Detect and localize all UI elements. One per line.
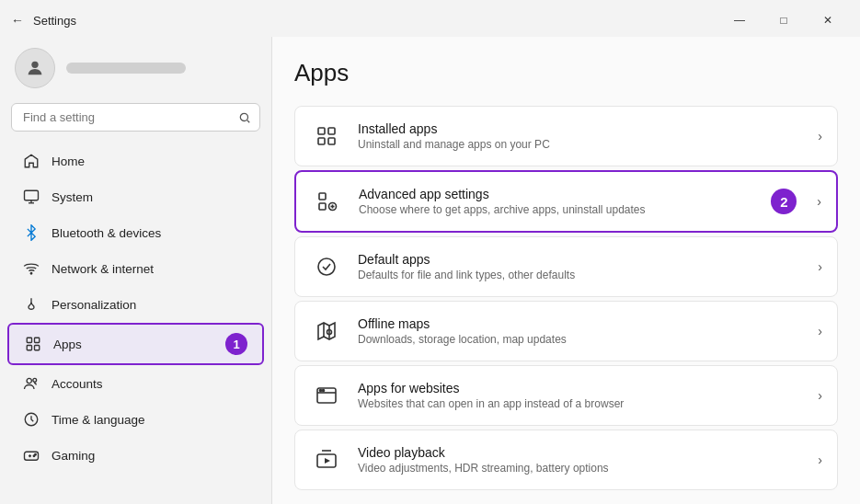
svg-point-6 <box>30 273 32 275</box>
video-playback-icon <box>310 443 343 476</box>
svg-point-18 <box>35 454 37 456</box>
svg-rect-27 <box>319 203 326 210</box>
settings-item-apps-websites[interactable]: Apps for websites Websites that can open… <box>294 365 838 426</box>
titlebar-controls: — □ ✕ <box>718 6 849 35</box>
bluetooth-icon <box>22 223 40 242</box>
svg-point-12 <box>33 378 37 382</box>
sidebar-search <box>11 103 260 132</box>
default-apps-text: Default apps Defaults for file and link … <box>358 252 803 281</box>
default-apps-icon <box>310 250 343 283</box>
sidebar-item-label: Gaming <box>52 449 249 463</box>
svg-rect-22 <box>328 138 335 144</box>
svg-point-35 <box>320 390 322 392</box>
maximize-button[interactable]: □ <box>763 6 805 35</box>
settings-item-installed-apps[interactable]: Installed apps Uninstall and manage apps… <box>294 106 838 166</box>
svg-point-0 <box>31 62 38 68</box>
offline-maps-text: Offline maps Downloads, storage location… <box>358 316 803 346</box>
avatar <box>15 48 55 88</box>
video-playback-title: Video playback <box>358 445 803 460</box>
badge-2: 2 <box>771 189 797 214</box>
chevron-right-icon: › <box>818 129 822 143</box>
content-area: Apps Installed apps Uninstall and manage… <box>271 37 860 504</box>
sidebar-nav: Home System <box>0 139 271 504</box>
sidebar-item-system[interactable]: System <box>7 179 264 214</box>
chevron-right-icon: › <box>818 259 822 274</box>
svg-point-11 <box>27 378 31 383</box>
svg-rect-8 <box>35 338 40 342</box>
brush-icon <box>22 295 40 314</box>
installed-apps-title: Installed apps <box>358 121 803 136</box>
settings-item-default-apps[interactable]: Default apps Defaults for file and link … <box>294 236 838 297</box>
sidebar-item-home[interactable]: Home <box>7 143 264 178</box>
close-button[interactable]: ✕ <box>807 6 849 35</box>
apps-websites-title: Apps for websites <box>358 381 803 395</box>
sidebar-profile[interactable] <box>0 37 271 103</box>
svg-rect-21 <box>318 138 325 144</box>
apps-websites-desc: Websites that can open in an app instead… <box>358 397 803 410</box>
sidebar-item-label: Time & language <box>52 413 249 427</box>
gaming-icon <box>22 446 40 464</box>
svg-rect-19 <box>318 128 325 134</box>
default-apps-desc: Defaults for file and link types, other … <box>358 269 803 281</box>
sidebar-item-bluetooth[interactable]: Bluetooth & devices <box>7 215 264 250</box>
svg-marker-38 <box>325 458 330 464</box>
settings-item-video-playback[interactable]: Video playback Video adjustments, HDR st… <box>294 430 838 490</box>
chevron-right-icon: › <box>818 388 822 403</box>
chevron-right-icon: › <box>818 452 822 467</box>
sidebar-item-label: System <box>52 190 249 204</box>
search-input[interactable] <box>11 103 260 132</box>
svg-point-36 <box>323 390 325 392</box>
clock-icon <box>22 410 40 429</box>
installed-apps-icon <box>310 120 343 153</box>
settings-item-advanced-app[interactable]: Advanced app settings Choose where to ge… <box>294 170 838 233</box>
installed-apps-text: Installed apps Uninstall and manage apps… <box>358 121 803 151</box>
sidebar-item-label: Bluetooth & devices <box>52 226 249 240</box>
sidebar-item-network[interactable]: Network & internet <box>7 251 264 286</box>
chevron-right-icon: › <box>817 194 821 209</box>
network-icon <box>22 259 40 278</box>
advanced-app-icon <box>311 185 344 218</box>
minimize-button[interactable]: — <box>718 6 761 35</box>
apps-icon <box>24 335 42 353</box>
apps-websites-text: Apps for websites Websites that can open… <box>358 381 803 410</box>
sidebar-item-label: Personalization <box>52 298 249 312</box>
sidebar-item-label: Network & internet <box>52 262 249 276</box>
sidebar-item-label: Apps <box>53 338 209 351</box>
svg-rect-10 <box>35 346 40 350</box>
svg-rect-7 <box>27 338 31 342</box>
nav-badge-1: 1 <box>225 333 247 355</box>
sidebar-item-accounts[interactable]: Accounts <box>7 366 264 401</box>
offline-maps-title: Offline maps <box>358 316 803 331</box>
advanced-app-text: Advanced app settings Choose where to ge… <box>359 187 756 216</box>
accounts-icon <box>22 374 40 393</box>
profile-name <box>66 63 186 74</box>
sidebar-item-time[interactable]: Time & language <box>7 402 264 437</box>
chevron-right-icon: › <box>818 324 822 338</box>
sidebar-item-personalization[interactable]: Personalization <box>7 287 264 322</box>
sidebar-item-label: Accounts <box>52 377 249 391</box>
settings-item-offline-maps[interactable]: Offline maps Downloads, storage location… <box>294 301 838 361</box>
svg-rect-20 <box>328 128 335 134</box>
sidebar-item-apps[interactable]: Apps 1 <box>7 323 264 365</box>
installed-apps-desc: Uninstall and manage apps on your PC <box>358 138 803 151</box>
page-title: Apps <box>294 59 838 87</box>
video-playback-desc: Video adjustments, HDR streaming, batter… <box>358 462 803 475</box>
default-apps-title: Default apps <box>358 252 803 267</box>
settings-list: Installed apps Uninstall and manage apps… <box>294 106 838 490</box>
offline-maps-desc: Downloads, storage location, map updates <box>358 333 803 346</box>
titlebar: ← Settings — □ ✕ <box>0 0 860 37</box>
sidebar-item-gaming[interactable]: Gaming <box>7 438 264 473</box>
advanced-app-title: Advanced app settings <box>359 187 756 201</box>
svg-rect-3 <box>25 190 39 200</box>
offline-maps-icon <box>310 315 343 348</box>
sidebar: Home System <box>0 37 271 504</box>
titlebar-title: Settings <box>33 14 76 28</box>
advanced-app-desc: Choose where to get apps, archive apps, … <box>359 203 756 216</box>
home-icon <box>22 152 40 170</box>
main-layout: Home System <box>0 37 860 504</box>
svg-point-28 <box>318 258 335 275</box>
back-button[interactable]: ← <box>11 13 24 28</box>
sidebar-item-label: Home <box>52 155 249 168</box>
apps-websites-icon <box>310 379 343 412</box>
video-playback-text: Video playback Video adjustments, HDR st… <box>358 445 803 475</box>
